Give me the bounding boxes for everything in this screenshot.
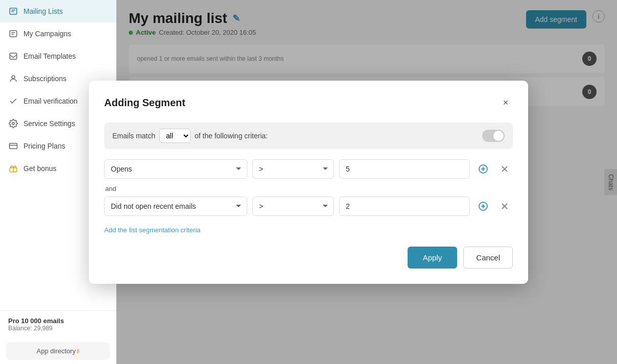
cancel-button[interactable]: Cancel xyxy=(463,247,513,269)
criteria-match-select[interactable]: all any xyxy=(159,129,191,143)
modal-close-button[interactable]: × xyxy=(499,96,513,110)
email-verification-icon xyxy=(8,96,18,106)
adding-segment-modal: Adding Segment × Emails match all any of… xyxy=(89,81,528,284)
modal-footer: Apply Cancel xyxy=(104,247,513,269)
mailing-lists-icon xyxy=(8,6,18,16)
app-directory-label: App directory xyxy=(37,347,76,355)
condition1-value-input[interactable] xyxy=(339,159,470,179)
criteria-bar: Emails match all any of the following cr… xyxy=(104,123,513,149)
email-templates-icon xyxy=(8,51,18,61)
modal-title: Adding Segment xyxy=(104,97,185,109)
condition2-value-input[interactable] xyxy=(339,197,470,216)
add-criteria-link[interactable]: Add the list segmentation criteria xyxy=(104,226,201,234)
sidebar-label-pricing-plans: Pricing Plans xyxy=(23,142,65,150)
sidebar-label-service-settings: Service Settings xyxy=(23,119,75,128)
sidebar-label-get-bonus: Get bonus xyxy=(23,164,57,173)
sidebar-label-subscriptions: Subscriptions xyxy=(23,75,66,83)
get-bonus-icon xyxy=(8,163,18,174)
sidebar-item-my-campaigns[interactable]: My Campaigns xyxy=(0,22,116,45)
app-directory-button[interactable]: App directoryβ xyxy=(6,342,110,360)
balance-label: Balance: 29,989 xyxy=(8,325,108,332)
condition2-field-select[interactable]: Did not open recent emails Opens Clicks xyxy=(104,197,247,216)
svg-point-7 xyxy=(12,76,15,79)
sidebar-item-email-templates[interactable]: Email Templates xyxy=(0,45,116,67)
condition1-operator-select[interactable]: > < = xyxy=(252,159,334,179)
apply-button[interactable]: Apply xyxy=(408,247,458,269)
condition2-add-button[interactable] xyxy=(475,198,491,214)
and-label: and xyxy=(104,185,513,192)
sidebar-account-info: Pro 10 000 emails Balance: 29,989 xyxy=(0,310,116,338)
sidebar-label-mailing-lists: Mailing Lists xyxy=(23,7,63,15)
sidebar-label-my-campaigns: My Campaigns xyxy=(23,30,71,38)
sidebar-label-email-templates: Email Templates xyxy=(23,52,76,60)
criteria-toggle[interactable] xyxy=(482,130,505,142)
pricing-plans-icon xyxy=(8,141,18,151)
criteria-prefix: Emails match xyxy=(112,132,155,140)
service-settings-icon xyxy=(8,118,18,129)
condition-row-2: Did not open recent emails Opens Clicks … xyxy=(104,197,513,216)
condition1-field-select[interactable]: Opens Clicks Did not open recent emails xyxy=(104,159,247,179)
svg-point-8 xyxy=(12,123,15,125)
sidebar-label-email-verification: Email verification xyxy=(23,97,78,105)
campaigns-icon xyxy=(8,29,18,39)
condition1-delete-button[interactable] xyxy=(496,161,513,177)
condition-row-1: Opens Clicks Did not open recent emails … xyxy=(104,159,513,179)
condition1-add-button[interactable] xyxy=(475,161,491,177)
condition2-delete-button[interactable] xyxy=(496,198,513,214)
sidebar-item-mailing-lists[interactable]: Mailing Lists xyxy=(0,0,116,22)
condition2-operator-select[interactable]: > < = xyxy=(252,197,334,216)
criteria-suffix: of the following criteria: xyxy=(195,132,268,140)
subscriptions-icon xyxy=(8,74,18,84)
svg-rect-9 xyxy=(10,143,17,149)
beta-badge: β xyxy=(77,349,79,354)
modal-header: Adding Segment × xyxy=(104,96,513,110)
pro-plan-label: Pro 10 000 emails xyxy=(8,317,108,325)
